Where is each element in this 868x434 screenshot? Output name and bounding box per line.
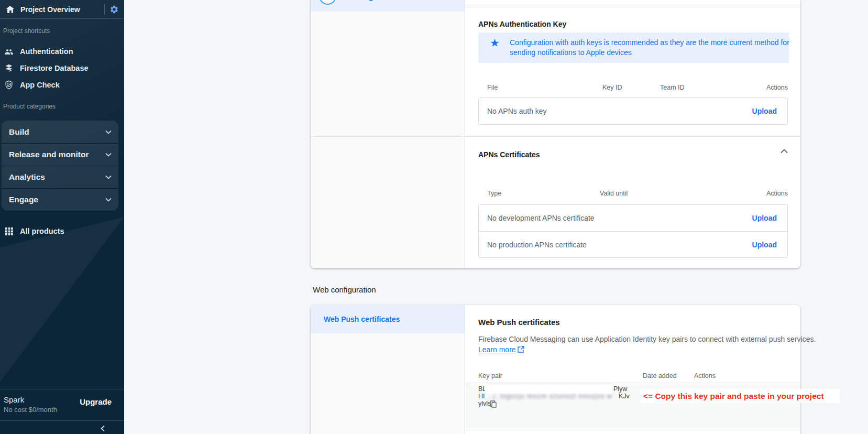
gear-icon[interactable] (109, 5, 119, 14)
firestore-icon (4, 64, 14, 73)
all-products-link[interactable]: All products (0, 223, 124, 239)
collapse-certificates-chevron-up-icon[interactable] (781, 149, 788, 154)
annotation-text: <= Copy this key pair and paste in your … (641, 389, 840, 403)
empty-state-text: No development APNs certificate (487, 214, 595, 222)
key-fragment: Plyw (613, 385, 627, 393)
upgrade-button[interactable]: Upgrade (80, 397, 112, 406)
col-key-pair: Key pair (478, 372, 502, 379)
empty-state-text: No APNs auth key (487, 107, 547, 115)
category-release-and-monitor[interactable]: Release and monitor (2, 143, 118, 166)
external-link-icon (518, 346, 524, 353)
chevron-down-icon (105, 153, 112, 157)
apple-config-content: APNs Authentication Key ★ Configuration … (466, 0, 800, 268)
key-fragment: KJv (619, 393, 630, 400)
sidebar-item-label: Authentication (20, 47, 73, 56)
apple-app-config-card: g APNs Authentication Key ★ Configuratio… (311, 0, 800, 268)
shortcuts-list: Authentication Firestore Database App Ch… (0, 43, 124, 93)
sidebar-item-firestore-database[interactable]: Firestore Database (0, 60, 124, 77)
web-push-content: Web Push certificates Firebase Cloud Mes… (466, 305, 800, 434)
upload-prod-certificate-button[interactable]: Upload (752, 241, 777, 249)
copy-icon[interactable] (490, 400, 497, 408)
section-divider (311, 136, 800, 137)
certificates-table: No development APNs certificate Upload N… (478, 204, 788, 258)
col-actions: Actions (766, 84, 788, 91)
col-actions: Actions (766, 190, 788, 197)
chevron-down-icon (105, 198, 112, 202)
product-categories-group: Build Release and monitor Analytics Enga… (2, 121, 118, 211)
upload-dev-certificate-button[interactable]: Upload (752, 214, 777, 222)
auth-key-recommendation-banner: ★ Configuration with auth keys is recomm… (478, 32, 789, 63)
key-fragment-blurred: ..j. togozju mozm ozunozt nnozjvo wnoz (489, 393, 612, 400)
web-push-heading: Web Push certificates (478, 318, 560, 327)
chevron-down-icon (105, 130, 112, 134)
truncated-top-row (466, 0, 800, 7)
sidebar-collapse-bar (0, 420, 124, 434)
web-config-panel: Web Push certificates (311, 305, 465, 434)
web-config-card: Web Push certificates Web Push certifica… (311, 305, 800, 434)
tab-label: Web Push certificates (324, 315, 400, 323)
category-label: Build (9, 127, 105, 137)
home-icon[interactable] (5, 5, 15, 14)
col-key-id: Key ID (602, 84, 622, 91)
key-fragment: HI (478, 393, 485, 400)
description-text: Firebase Cloud Messaging can use Applica… (478, 335, 816, 343)
col-valid-until: Valid until (600, 190, 628, 197)
category-label: Analytics (9, 172, 105, 182)
app-list-panel: g (311, 0, 465, 268)
shortcuts-section-label: Project shortcuts (3, 27, 50, 35)
web-push-description: Firebase Cloud Messaging can use Applica… (478, 334, 821, 355)
plan-cost: No cost $0/month (4, 406, 57, 414)
plan-name: Spark (4, 395, 24, 404)
tab-web-push-certificates[interactable]: Web Push certificates (311, 305, 465, 333)
all-products-label: All products (20, 227, 64, 235)
web-configuration-label: Web configuration (313, 285, 376, 294)
app-name-fragment: g (369, 0, 373, 1)
auth-key-empty-row: No APNs auth key Upload (479, 98, 787, 124)
sidebar-header: Project Overview (0, 0, 124, 19)
sidebar-item-label: Firestore Database (20, 64, 89, 72)
categories-section-label: Product categories (3, 103, 56, 110)
chevron-down-icon (105, 175, 112, 179)
col-file: File (487, 84, 498, 91)
key-fragment: ylvls (478, 400, 491, 407)
category-label: Engage (9, 195, 105, 204)
apns-certificates-title: APNs Certificates (478, 150, 540, 159)
prod-certificate-row: No production APNs certificate Upload (479, 231, 787, 257)
shield-check-icon (4, 80, 14, 90)
people-icon (4, 47, 14, 56)
auth-key-table: No APNs auth key Upload (478, 97, 788, 125)
col-team-id: Team ID (660, 84, 685, 91)
category-engage[interactable]: Engage (2, 188, 118, 211)
col-date-added: Date added (643, 372, 677, 379)
empty-state-text: No production APNs certificate (487, 241, 587, 249)
annotation-overlay: <= Copy this key pair and paste in your … (641, 389, 840, 403)
upload-auth-key-button[interactable]: Upload (752, 107, 777, 115)
header-divider (104, 4, 105, 15)
category-analytics[interactable]: Analytics (2, 166, 118, 188)
selected-app-tab[interactable]: g (311, 0, 465, 12)
apns-auth-key-title: APNs Authentication Key (478, 20, 566, 28)
banner-text: Configuration with auth keys is recommen… (510, 38, 797, 58)
sidebar-item-authentication[interactable]: Authentication (0, 43, 124, 60)
col-actions: Actions (694, 372, 716, 379)
dev-certificate-row: No development APNs certificate Upload (479, 205, 787, 231)
learn-more-link[interactable]: Learn more (478, 345, 516, 354)
col-type: Type (487, 190, 501, 197)
sidebar-item-app-check[interactable]: App Check (0, 77, 124, 93)
category-label: Release and monitor (9, 150, 105, 159)
app-avatar (319, 0, 336, 5)
project-overview-link[interactable]: Project Overview (20, 5, 104, 14)
star-icon: ★ (490, 37, 500, 49)
sidebar-item-label: App Check (20, 81, 60, 89)
category-build[interactable]: Build (2, 121, 118, 143)
grid-icon (5, 227, 13, 235)
chevron-left-icon[interactable] (100, 425, 106, 432)
plan-section: Spark No cost $0/month Upgrade (0, 389, 124, 420)
sidebar: Project Overview Project shortcuts Authe… (0, 0, 124, 434)
